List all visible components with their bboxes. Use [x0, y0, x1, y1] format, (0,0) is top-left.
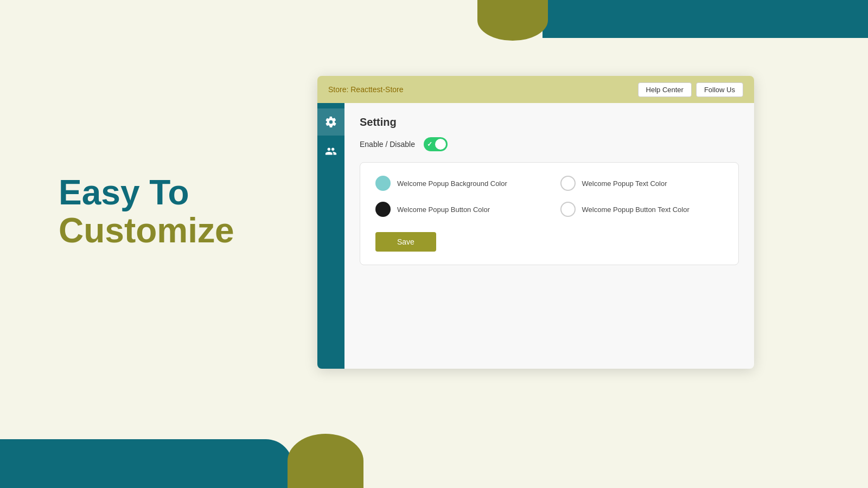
hero-line1: Easy To [59, 174, 234, 211]
app-body: Setting Enable / Disable ✓ Welcome Popup… [317, 103, 754, 369]
sidebar-item-users[interactable] [317, 138, 344, 165]
bg-color-swatch [375, 176, 391, 191]
decorative-bottom-left-teal [0, 439, 293, 488]
enable-toggle[interactable]: ✓ [424, 137, 448, 151]
app-window: Store: Reacttest-Store Help Center Follo… [317, 76, 754, 369]
text-color-swatch [560, 176, 576, 191]
hero-line2: Customize [59, 211, 234, 249]
color-option-bg[interactable]: Welcome Popup Background Color [375, 176, 539, 191]
color-option-btn[interactable]: Welcome Popup Button Color [375, 202, 539, 217]
sidebar [317, 103, 344, 369]
color-options-grid: Welcome Popup Background Color Welcome P… [375, 176, 723, 217]
header-buttons: Help Center Follow Us [638, 82, 743, 97]
users-icon [325, 145, 337, 157]
btn-text-color-label: Welcome Popup Button Text Color [582, 206, 690, 214]
btn-text-color-swatch [560, 202, 576, 217]
page-title: Setting [360, 116, 739, 129]
toggle-check-icon: ✓ [427, 140, 432, 148]
btn-color-label: Welcome Popup Button Color [397, 206, 490, 214]
store-name: Store: Reacttest-Store [328, 85, 404, 94]
color-options-card: Welcome Popup Background Color Welcome P… [360, 162, 739, 265]
help-center-button[interactable]: Help Center [638, 82, 692, 97]
save-button[interactable]: Save [375, 232, 436, 252]
decorative-top-right-teal [542, 0, 868, 38]
sidebar-item-settings[interactable] [317, 108, 344, 136]
gear-icon [325, 116, 337, 128]
btn-color-swatch [375, 202, 391, 217]
decorative-bottom-olive [288, 434, 363, 488]
enable-row: Enable / Disable ✓ [360, 137, 739, 151]
hero-text-block: Easy To Customize [59, 174, 234, 250]
text-color-label: Welcome Popup Text Color [582, 179, 667, 188]
decorative-top-right-olive [477, 0, 548, 41]
main-content: Setting Enable / Disable ✓ Welcome Popup… [344, 103, 754, 369]
app-header: Store: Reacttest-Store Help Center Follo… [317, 76, 754, 103]
follow-us-button[interactable]: Follow Us [696, 82, 743, 97]
color-option-btn-text[interactable]: Welcome Popup Button Text Color [560, 202, 724, 217]
bg-color-label: Welcome Popup Background Color [397, 179, 507, 188]
enable-label: Enable / Disable [360, 140, 415, 149]
color-option-text[interactable]: Welcome Popup Text Color [560, 176, 724, 191]
